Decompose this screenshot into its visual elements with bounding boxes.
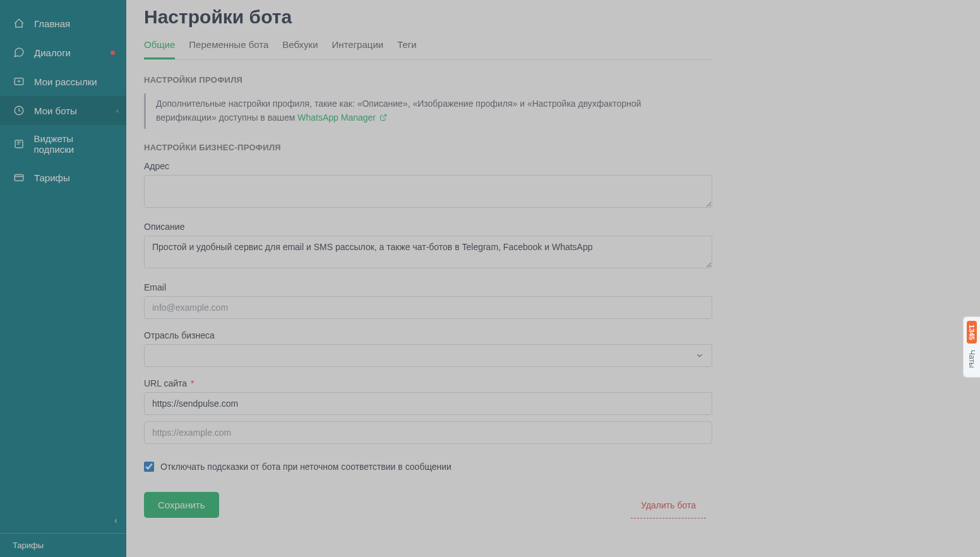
email-input[interactable]	[144, 296, 712, 319]
widget-icon	[13, 138, 25, 150]
tab-tags[interactable]: Теги	[397, 33, 417, 59]
sidebar-label: Главная	[34, 18, 70, 29]
home-icon	[13, 17, 25, 30]
form-group-email: Email	[144, 282, 712, 319]
form-group-url: URL сайта *	[144, 378, 712, 444]
sidebar-item-widgets[interactable]: Виджеты подписки	[0, 125, 126, 163]
business-section-title: НАСТРОЙКИ БИЗНЕС-ПРОФИЛЯ	[144, 143, 712, 152]
disable-hints-checkbox[interactable]	[144, 462, 154, 472]
required-marker-icon: *	[191, 378, 194, 388]
svg-line-4	[383, 114, 386, 118]
sidebar-items: Главная Диалоги Мои рассылки Мои боты ‹	[0, 0, 126, 515]
industry-select[interactable]	[144, 344, 712, 367]
description-label: Описание	[144, 222, 712, 232]
chat-count-badge: 1345	[967, 321, 977, 344]
form-group-industry: Отрасль бизнеса	[144, 330, 712, 367]
industry-label: Отрасль бизнеса	[144, 330, 712, 340]
chat-widget-label: Чаты	[967, 350, 976, 368]
sidebar-label: Мои боты	[34, 105, 77, 116]
delete-bot-link[interactable]: Удалить бота	[631, 493, 706, 518]
sidebar-item-dialogs[interactable]: Диалоги	[0, 38, 126, 67]
sidebar-item-bots[interactable]: Мои боты ‹	[0, 96, 126, 125]
tab-integrations[interactable]: Интеграции	[332, 33, 384, 59]
external-link-icon	[379, 112, 387, 126]
profile-section-title: НАСТРОЙКИ ПРОФИЛЯ	[144, 75, 712, 85]
page-title: Настройки бота	[144, 6, 712, 28]
card-icon	[13, 171, 25, 184]
url-input[interactable]	[144, 392, 712, 415]
chat-icon	[13, 46, 25, 59]
form-group-description: Описание	[144, 222, 712, 271]
address-label: Адрес	[144, 161, 712, 171]
info-text: Дополнительные настройки профиля, такие …	[156, 99, 641, 123]
sidebar-item-tariffs[interactable]: Тарифы	[0, 163, 126, 192]
sidebar-item-home[interactable]: Главная	[0, 9, 126, 38]
tab-general[interactable]: Общие	[144, 33, 175, 59]
tabs: Общие Переменные бота Вебхуки Интеграции…	[144, 33, 712, 60]
send-icon	[13, 75, 25, 88]
profile-info-box: Дополнительные настройки профиля, такие …	[144, 93, 712, 129]
svg-rect-3	[15, 175, 23, 181]
save-button[interactable]: Сохранить	[144, 492, 219, 518]
delete-wrapper: Удалить бота	[624, 493, 712, 517]
sidebar-footer-tariffs[interactable]: Тарифы	[0, 533, 126, 557]
chevron-left-icon: ‹	[114, 515, 117, 525]
notification-dot-icon	[111, 51, 115, 55]
main-content: Настройки бота Общие Переменные бота Веб…	[126, 0, 980, 557]
whatsapp-manager-link[interactable]: WhatsApp Manager	[297, 112, 387, 123]
chevron-left-icon: ‹	[116, 107, 119, 114]
checkbox-label: Отключать подсказки от бота при неточном…	[160, 462, 451, 472]
bot-icon	[13, 104, 25, 117]
footer-actions: Сохранить Удалить бота	[144, 492, 712, 518]
chat-widget[interactable]: 1345 Чаты	[963, 316, 980, 378]
address-input[interactable]	[144, 175, 712, 208]
tab-variables[interactable]: Переменные бота	[189, 33, 268, 59]
sidebar-label: Мои рассылки	[34, 76, 97, 87]
sidebar-label: Тарифы	[34, 172, 70, 183]
sidebar-label: Диалоги	[34, 47, 71, 58]
form-group-address: Адрес	[144, 161, 712, 210]
description-input[interactable]	[144, 236, 712, 268]
tab-webhooks[interactable]: Вебхуки	[282, 33, 318, 59]
disable-hints-row: Отключать подсказки от бота при неточном…	[144, 462, 712, 472]
sidebar: Главная Диалоги Мои рассылки Мои боты ‹	[0, 0, 126, 557]
url-label: URL сайта *	[144, 378, 712, 388]
sidebar-item-campaigns[interactable]: Мои рассылки	[0, 67, 126, 96]
url-input-extra[interactable]	[144, 421, 712, 444]
sidebar-label: Виджеты подписки	[33, 133, 114, 155]
email-label: Email	[144, 282, 712, 292]
sidebar-collapse-button[interactable]: ‹	[0, 515, 126, 533]
